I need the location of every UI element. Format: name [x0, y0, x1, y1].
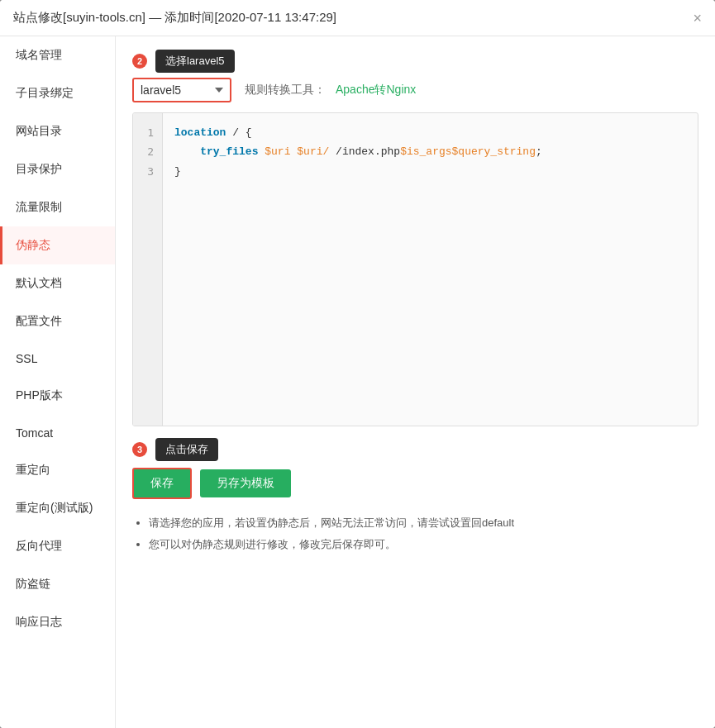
- line-number: 3: [141, 162, 154, 181]
- framework-select[interactable]: laravel5 default thinkphp wordpress disc…: [132, 78, 231, 102]
- sidebar-item-proxy[interactable]: 反向代理: [0, 527, 115, 565]
- sidebar-item-subdir[interactable]: 子目录绑定: [0, 74, 115, 112]
- step3-tooltip: 点击保存: [155, 438, 218, 461]
- rule-converter-label: 规则转换工具：: [245, 83, 326, 98]
- sidebar-item-rewrite[interactable]: 伪静态: [0, 226, 115, 264]
- sidebar-item-hotlink[interactable]: 防盗链: [0, 565, 115, 603]
- step3-badge: 3: [132, 442, 147, 457]
- line-number: 2: [141, 142, 154, 161]
- sidebar-item-ssl[interactable]: SSL: [0, 340, 115, 377]
- main-content: 2 选择laravel5 laravel5 default thinkphp w…: [116, 36, 715, 728]
- step2-badge: 2: [132, 54, 147, 69]
- sidebar-item-redirect[interactable]: 重定向: [0, 451, 115, 489]
- sidebar-item-accesslog[interactable]: 响应日志: [0, 603, 115, 641]
- rule-converter-link[interactable]: Apache转Nginx: [336, 83, 416, 98]
- code-editor: 1 2 3 location / { try_files $uri $uri/ …: [132, 112, 698, 426]
- sidebar-item-ratelimit[interactable]: 流量限制: [0, 188, 115, 226]
- modal-window: 站点修改[suyin-tools.cn] — 添加时间[2020-07-11 1…: [0, 0, 715, 728]
- modal-title: 站点修改[suyin-tools.cn] — 添加时间[2020-07-11 1…: [13, 10, 336, 26]
- sidebar-item-dirprotect[interactable]: 目录保护: [0, 150, 115, 188]
- line-number: 1: [141, 123, 154, 142]
- sidebar-item-domain[interactable]: 域名管理: [0, 36, 115, 74]
- save-template-button[interactable]: 另存为模板: [200, 469, 291, 497]
- sidebar-item-redirect-beta[interactable]: 重定向(测试版): [0, 489, 115, 527]
- sidebar-item-defaultdoc[interactable]: 默认文档: [0, 264, 115, 302]
- top-toolbar: laravel5 default thinkphp wordpress disc…: [132, 78, 698, 102]
- code-content[interactable]: location / { try_files $uri $uri/ /index…: [163, 113, 698, 426]
- btn-row: 保存 另存为模板: [132, 468, 698, 499]
- sidebar-item-tomcat[interactable]: Tomcat: [0, 415, 115, 451]
- modal-header: 站点修改[suyin-tools.cn] — 添加时间[2020-07-11 1…: [0, 0, 715, 36]
- modal-body: 域名管理 子目录绑定 网站目录 目录保护 流量限制 伪静态 1 选择伪静态 默认…: [0, 36, 715, 728]
- line-numbers: 1 2 3: [133, 113, 163, 426]
- close-button[interactable]: ×: [693, 11, 702, 26]
- sidebar-item-webroot[interactable]: 网站目录: [0, 112, 115, 150]
- notes-list: 请选择您的应用，若设置伪静态后，网站无法正常访问，请尝试设置回default 您…: [132, 512, 698, 555]
- sidebar-item-php[interactable]: PHP版本: [0, 377, 115, 415]
- note-item-2: 您可以对伪静态规则进行修改，修改完后保存即可。: [149, 534, 698, 555]
- step2-tooltip: 选择laravel5: [155, 50, 235, 73]
- save-button[interactable]: 保存: [132, 468, 192, 499]
- sidebar: 域名管理 子目录绑定 网站目录 目录保护 流量限制 伪静态 1 选择伪静态 默认…: [0, 36, 116, 728]
- sidebar-item-config[interactable]: 配置文件: [0, 302, 115, 340]
- note-item-1: 请选择您的应用，若设置伪静态后，网站无法正常访问，请尝试设置回default: [149, 512, 698, 534]
